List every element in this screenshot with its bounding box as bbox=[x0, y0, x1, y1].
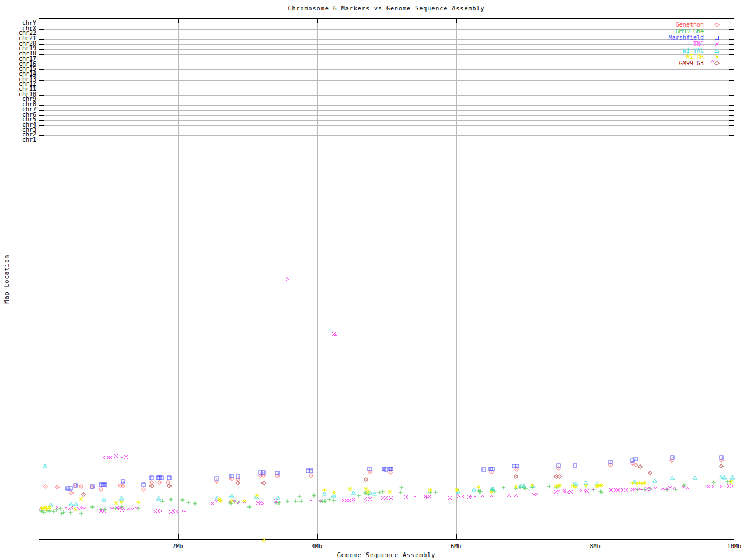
genethon-marker-icon bbox=[714, 22, 720, 27]
x-gridline bbox=[596, 19, 596, 539]
y-tick-left bbox=[39, 116, 44, 116]
y-tick-right bbox=[729, 100, 734, 100]
wi_yac-point bbox=[652, 478, 657, 484]
y-tick-right bbox=[729, 75, 734, 75]
y-tick-right bbox=[729, 131, 734, 131]
gm99_gb4-point bbox=[180, 498, 185, 503]
marshfield-point bbox=[719, 455, 724, 460]
chr-gridline bbox=[39, 95, 734, 96]
wi_rh-point bbox=[488, 489, 494, 495]
tng-point bbox=[134, 506, 139, 511]
chr-gridline bbox=[39, 105, 734, 106]
gm99_gb4-point bbox=[501, 485, 507, 491]
tng-point bbox=[124, 454, 129, 460]
wi_rh-point bbox=[642, 481, 647, 486]
tng-point bbox=[114, 454, 119, 459]
wi_yac-point bbox=[156, 496, 162, 501]
x-tick-label: 10Mb bbox=[727, 543, 741, 550]
marshfield-point bbox=[514, 464, 519, 469]
marshfield-point bbox=[72, 483, 78, 488]
marshfield-point bbox=[309, 468, 314, 474]
tng-point bbox=[404, 495, 409, 500]
marshfield-point bbox=[633, 457, 638, 462]
gm99_g3-point bbox=[81, 492, 86, 498]
gm99_gb4-point bbox=[311, 493, 316, 498]
wi_yac-point bbox=[229, 493, 235, 498]
tng-point bbox=[568, 489, 573, 495]
legend-label-wi_rh: WI RH bbox=[686, 54, 704, 60]
gm99_gb4-point bbox=[193, 501, 198, 506]
tng-point bbox=[448, 496, 453, 501]
wi_rh-point bbox=[599, 483, 605, 488]
genethon-point bbox=[68, 491, 74, 496]
chr-gridline bbox=[39, 141, 734, 141]
tng-point bbox=[672, 485, 678, 491]
gm99_g3-point bbox=[235, 481, 240, 486]
y-tick-right bbox=[729, 105, 734, 106]
chr-gridline bbox=[39, 80, 734, 80]
x-gridline bbox=[317, 19, 318, 539]
y-tick-left bbox=[39, 110, 44, 111]
wi_rh-point bbox=[455, 488, 460, 493]
marshfield-point bbox=[159, 475, 164, 481]
wi_rh-point bbox=[513, 484, 518, 489]
wi_rh-point bbox=[47, 505, 52, 510]
y-tick-left bbox=[39, 90, 44, 90]
tng-point bbox=[101, 509, 106, 514]
gm99_gb4-point bbox=[78, 511, 83, 516]
gm99_gb4-point bbox=[299, 499, 304, 504]
marshfield-point bbox=[608, 460, 613, 465]
tng-point bbox=[513, 493, 518, 498]
tng-point bbox=[309, 498, 314, 503]
tng-point bbox=[108, 455, 113, 460]
y-tick-left bbox=[39, 100, 44, 100]
marshfield-point bbox=[274, 471, 280, 476]
gm99_g3-point bbox=[513, 474, 518, 480]
gm99_g3-point bbox=[364, 477, 369, 482]
marshfield-point bbox=[214, 476, 219, 481]
wi_rh-point bbox=[530, 483, 535, 488]
wi_yac-point bbox=[693, 475, 698, 481]
wi_rh-point bbox=[136, 500, 141, 505]
gm99_gb4-point bbox=[246, 505, 252, 510]
y-tick-right bbox=[729, 120, 734, 121]
chr-gridline bbox=[39, 135, 734, 136]
genethon-point bbox=[43, 484, 48, 489]
gm99_gb4-point bbox=[285, 499, 290, 504]
wi_rh-point bbox=[427, 488, 432, 493]
chart-canvas: Chromosome 6 Markers vs Genome Sequence … bbox=[0, 0, 747, 560]
tng-point bbox=[333, 332, 338, 338]
y-tick-right bbox=[729, 116, 734, 116]
gm99_gb4-point bbox=[331, 498, 337, 503]
wi_rh-point bbox=[242, 499, 247, 504]
wi_rh-point bbox=[557, 483, 562, 488]
wi_rh-point bbox=[229, 499, 235, 504]
gm99_g3-point bbox=[719, 464, 724, 469]
wi_rh-point bbox=[331, 490, 337, 495]
x-tick-label: 6Mb bbox=[451, 543, 461, 550]
marshfield-point bbox=[149, 475, 155, 481]
tng-point bbox=[685, 485, 690, 491]
tng-point bbox=[506, 493, 511, 498]
marshfield-point bbox=[260, 470, 266, 475]
wi_yac-point bbox=[669, 475, 675, 481]
y-tick-left bbox=[39, 69, 44, 70]
gm99_gb4-point bbox=[546, 484, 551, 489]
genethon-point bbox=[54, 485, 60, 490]
legend-label-genethon: Genethon bbox=[676, 22, 704, 28]
genethon-point bbox=[309, 473, 314, 478]
marshfield-point bbox=[141, 482, 146, 488]
wi_rh-point bbox=[118, 500, 124, 505]
wi_rh-point bbox=[729, 480, 734, 485]
tng-point bbox=[460, 494, 465, 499]
wi_yac-point bbox=[521, 484, 526, 489]
wi_yac-point bbox=[722, 475, 727, 480]
chart-title: Chromosome 6 Markers vs Genome Sequence … bbox=[39, 5, 734, 12]
marshfield-point bbox=[229, 474, 235, 479]
tng-point bbox=[534, 492, 539, 498]
gm99_gb4-point bbox=[357, 494, 362, 499]
wi_yac-point bbox=[372, 491, 377, 496]
tng-point bbox=[412, 494, 417, 499]
x-tick-bottom bbox=[178, 534, 179, 539]
tng-point bbox=[383, 496, 388, 501]
